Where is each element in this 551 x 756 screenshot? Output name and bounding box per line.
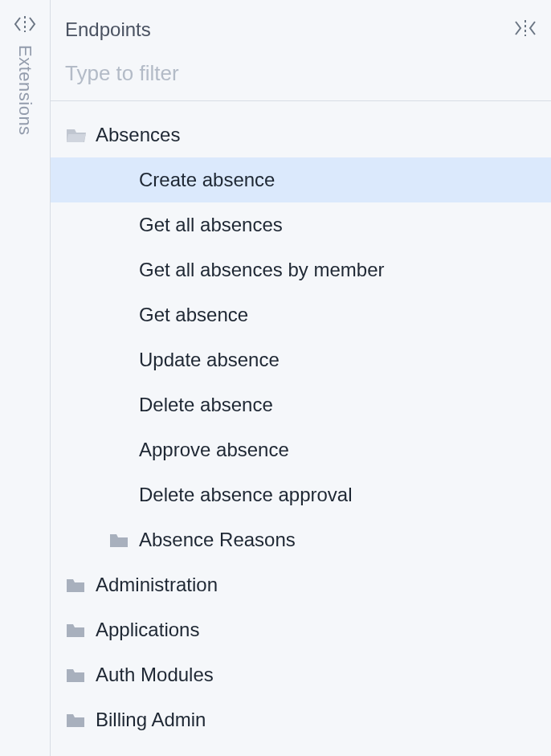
endpoint-label: Create absence [139, 169, 275, 191]
endpoint-tree: Absences Create absence Get all absences… [51, 101, 551, 756]
folder-label: Auth Modules [96, 664, 214, 686]
folder-open-icon [67, 128, 86, 144]
folder-icon [110, 533, 129, 549]
endpoint-label: Get all absences [139, 214, 283, 236]
folder-label: Administration [96, 574, 218, 596]
folder-administration[interactable]: Administration [51, 562, 551, 607]
folder-label: Billing Admin [96, 709, 206, 731]
endpoint-delete-absence[interactable]: Delete absence [51, 382, 551, 427]
panel-title: Endpoints [65, 18, 151, 41]
endpoint-label: Delete absence [139, 394, 273, 416]
folder-applications[interactable]: Applications [51, 607, 551, 652]
panel-header: Endpoints [51, 0, 551, 45]
folder-auth-modules[interactable]: Auth Modules [51, 652, 551, 697]
endpoint-create-absence[interactable]: Create absence [51, 157, 551, 202]
endpoint-update-absence[interactable]: Update absence [51, 337, 551, 382]
folder-absences[interactable]: Absences [51, 112, 551, 157]
endpoint-label: Get all absences by member [139, 259, 384, 281]
endpoint-approve-absence[interactable]: Approve absence [51, 427, 551, 472]
endpoint-label: Delete absence approval [139, 484, 353, 506]
expand-panel-icon[interactable] [14, 14, 36, 37]
folder-label: Applications [96, 619, 199, 641]
endpoint-get-all-absences[interactable]: Get all absences [51, 202, 551, 247]
folder-absence-reasons[interactable]: Absence Reasons [51, 517, 551, 562]
filter-container [51, 45, 551, 101]
folder-label: Absences [96, 124, 180, 146]
endpoint-delete-absence-approval[interactable]: Delete absence approval [51, 472, 551, 517]
collapse-panel-icon[interactable] [514, 18, 537, 41]
endpoints-panel: Endpoints Absences Create absence [50, 0, 551, 756]
folder-billing-admin[interactable]: Billing Admin [51, 697, 551, 742]
endpoint-get-absence[interactable]: Get absence [51, 292, 551, 337]
extensions-tab-label: Extensions [14, 45, 35, 136]
folder-icon [67, 713, 86, 729]
filter-input[interactable] [65, 61, 537, 86]
folder-icon [67, 623, 86, 639]
endpoint-label: Approve absence [139, 439, 289, 461]
folder-icon [67, 668, 86, 684]
endpoint-label: Update absence [139, 349, 280, 371]
endpoint-label: Get absence [139, 304, 248, 326]
folder-icon [67, 578, 86, 594]
folder-label: Absence Reasons [139, 529, 296, 551]
extensions-tab[interactable]: Extensions [0, 0, 50, 756]
endpoint-get-all-absences-by-member[interactable]: Get all absences by member [51, 247, 551, 292]
